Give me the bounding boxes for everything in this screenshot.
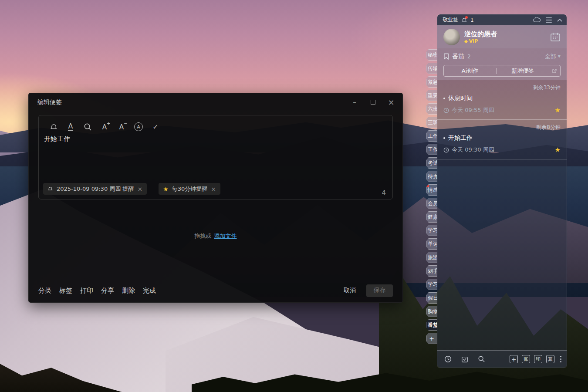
bell-icon	[47, 186, 53, 192]
add-file-link[interactable]: 添加文件	[214, 232, 237, 240]
category-tab[interactable]: 番茄	[426, 319, 437, 331]
category-name[interactable]: 番茄	[452, 53, 464, 61]
dialog-title: 编辑便签	[37, 98, 62, 106]
new-note-icon[interactable]: +	[510, 355, 518, 363]
category-tab[interactable]: 假日	[426, 292, 437, 304]
dialog-footer: 分类标签打印分享删除完成 取消 保存	[29, 279, 402, 302]
font-color-icon[interactable]: A	[66, 122, 75, 132]
cancel-button[interactable]: 取消	[344, 287, 356, 294]
star-icon: ★	[163, 186, 169, 193]
notification-bell-icon[interactable]	[461, 17, 467, 23]
category-tab[interactable]: 剁手	[426, 265, 437, 277]
desktop: 编辑便签 – × AA+A−A✓ 开始工作 2025-10-09 09:30 周…	[0, 0, 588, 392]
footer-action[interactable]: 标签	[59, 287, 72, 295]
remove-reminder-icon[interactable]: ×	[137, 186, 142, 193]
category-tab[interactable]: 紧急	[426, 76, 437, 88]
category-tab[interactable]: 三班	[426, 117, 437, 128]
ledger-icon[interactable]: 账	[522, 355, 530, 363]
toolbar-right: + 账 印 算	[510, 355, 561, 363]
ai-create-button[interactable]: Ai创作	[444, 67, 496, 75]
category-tab[interactable]: 秘密	[426, 49, 437, 61]
add-category-tab[interactable]: +	[426, 333, 437, 344]
auto-convert-icon[interactable]: A	[134, 122, 143, 132]
app-title[interactable]: 敬业签	[443, 16, 458, 24]
maximize-icon[interactable]	[369, 99, 376, 105]
time-reminder-icon[interactable]	[444, 355, 452, 363]
footer-action[interactable]: 分享	[101, 287, 114, 295]
print-icon[interactable]: 印	[534, 355, 542, 363]
footer-right: 取消 保存	[344, 284, 393, 297]
bullet-icon	[443, 137, 445, 139]
user-section: 逆位的愚者 ◆ VIP	[437, 25, 567, 48]
minimize-icon[interactable]: –	[351, 99, 358, 105]
calendar-icon[interactable]	[550, 32, 561, 42]
footer-action[interactable]: 打印	[80, 287, 93, 295]
footer-action[interactable]: 删除	[122, 287, 135, 295]
category-tab[interactable]: 学习	[426, 279, 437, 290]
avatar[interactable]	[443, 29, 460, 45]
clock-icon	[443, 108, 449, 113]
clock-icon	[443, 147, 449, 153]
category-tab[interactable]: 学习	[426, 225, 437, 236]
note-item[interactable]: 剩余8分钟 开始工作 今天 09:30 周四 ★	[437, 120, 567, 159]
category-tab[interactable]: 单词	[426, 238, 437, 250]
repeat-tag[interactable]: ★ 每30分钟提醒 ×	[159, 183, 220, 195]
search-icon[interactable]	[478, 355, 485, 363]
vip-badge: ◆ VIP	[464, 38, 550, 44]
category-tab[interactable]: 待办	[426, 171, 437, 182]
close-icon[interactable]: ×	[388, 99, 395, 105]
font-increase-icon[interactable]: A+	[100, 122, 109, 132]
note-remaining: 剩余33分钟	[443, 84, 561, 91]
calculator-icon[interactable]: 算	[546, 355, 554, 363]
star-icon[interactable]: ★	[555, 106, 561, 114]
panel-title-right	[533, 17, 562, 23]
notification-count: 1	[470, 17, 474, 23]
reminder-tag-label: 2025-10-09 09:30 周四 提醒	[57, 185, 134, 193]
category-tab[interactable]: 考试	[426, 157, 437, 169]
remove-repeat-icon[interactable]: ×	[211, 186, 216, 193]
menu-icon[interactable]	[546, 17, 552, 23]
category-tab[interactable]: 健康	[426, 211, 437, 223]
note-tags: 2025-10-09 09:30 周四 提醒 × ★ 每30分钟提醒 ×	[43, 183, 220, 195]
category-tab[interactable]: 工作	[426, 130, 437, 142]
vip-label: VIP	[469, 38, 478, 44]
collapse-icon[interactable]	[557, 18, 562, 22]
attachment-dropzone[interactable]: 拖拽或 添加文件	[29, 199, 402, 273]
repeat-tag-label: 每30分钟提醒	[172, 185, 208, 193]
category-tab[interactable]: 传输	[426, 63, 437, 74]
category-left: 番茄 2	[443, 53, 471, 61]
search-icon[interactable]	[83, 122, 92, 132]
filter-label: 全部	[545, 53, 556, 61]
reminder-bell-icon[interactable]	[49, 122, 58, 132]
reminder-tag[interactable]: 2025-10-09 09:30 周四 提醒 ×	[43, 183, 147, 195]
check-icon[interactable]: ✓	[151, 122, 160, 132]
category-tab[interactable]: 六班	[426, 103, 437, 115]
panel-titlebar: 敬业签 1	[437, 14, 567, 25]
note-item[interactable]: 剩余33分钟 休息时间 今天 09:55 周四 ★	[437, 80, 567, 120]
bullet-icon	[443, 98, 445, 99]
category-tab[interactable]: 购物	[426, 306, 437, 317]
filter-dropdown[interactable]: 全部 ▼	[545, 53, 561, 61]
category-tab[interactable]: 重要	[426, 90, 437, 101]
popout-icon[interactable]	[549, 68, 560, 74]
user-meta: 逆位的愚者 ◆ VIP	[464, 30, 550, 44]
window-controls: – ×	[351, 99, 396, 105]
star-icon[interactable]: ★	[555, 146, 561, 154]
category-tab[interactable]: 工作	[426, 144, 437, 155]
more-icon[interactable]	[560, 356, 561, 362]
panel-title-left: 敬业签 1	[443, 16, 474, 24]
bookmark-icon	[443, 53, 449, 60]
font-decrease-icon[interactable]: A−	[117, 122, 126, 132]
category-tab[interactable]: 旅游	[426, 252, 437, 263]
cloud-sync-icon[interactable]	[533, 17, 541, 23]
tab-alert-dot	[426, 185, 429, 187]
new-note-button[interactable]: 新增便签	[497, 67, 549, 75]
category-tab[interactable]: 情感	[426, 184, 437, 196]
save-button[interactable]: 保存	[366, 284, 393, 297]
note-title: 休息时间	[448, 95, 473, 102]
todo-calendar-icon[interactable]	[461, 356, 468, 363]
note-text[interactable]: 开始工作	[39, 132, 392, 143]
footer-action[interactable]: 完成	[143, 287, 156, 295]
category-tab[interactable]: 会员	[426, 198, 437, 209]
footer-action[interactable]: 分类	[38, 287, 51, 295]
